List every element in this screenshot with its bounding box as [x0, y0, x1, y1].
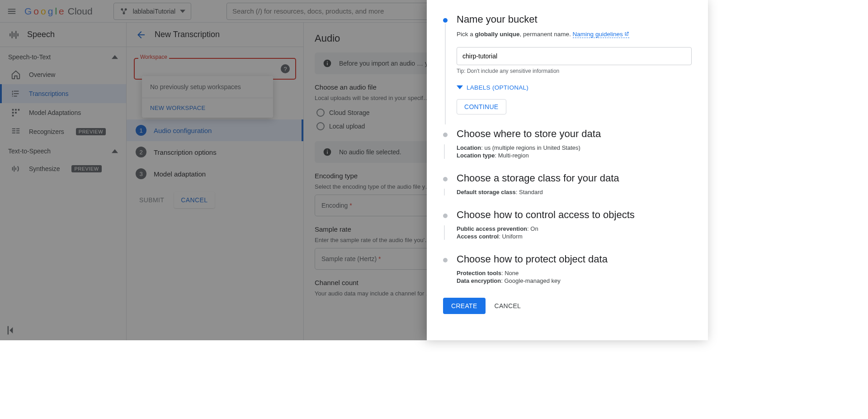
kv-access-control: Access control: Uniform — [457, 233, 692, 240]
bucket-name-input[interactable] — [457, 47, 692, 65]
drawer-cancel-button[interactable]: CANCEL — [495, 302, 521, 309]
external-link-icon — [623, 31, 629, 38]
create-bucket-drawer: Name your bucket Pick a globally unique,… — [427, 0, 708, 340]
kv-public-access-prevention: Public access prevention: On — [457, 225, 692, 232]
create-button[interactable]: CREATE — [443, 298, 486, 314]
kv-location-type: Location type: Multi-region — [457, 152, 692, 159]
labels-toggle-text: LABELS (OPTIONAL) — [467, 84, 528, 91]
kv-data-encryption: Data encryption: Google-managed key — [457, 277, 692, 284]
step-title: Choose how to control access to objects — [457, 209, 692, 221]
step-name-bucket: Name your bucket Pick a globally unique,… — [443, 14, 692, 114]
step-access-control[interactable]: Choose how to control access to objects … — [443, 209, 692, 240]
labels-optional-toggle[interactable]: LABELS (OPTIONAL) — [457, 84, 692, 91]
kv-protection-tools: Protection tools: None — [457, 270, 692, 276]
continue-button[interactable]: CONTINUE — [457, 99, 506, 114]
step-storage-class[interactable]: Choose a storage class for your data Def… — [443, 172, 692, 195]
naming-guidelines-link[interactable]: Naming guidelines — [573, 31, 629, 38]
step-where-store[interactable]: Choose where to store your data Location… — [443, 128, 692, 159]
step-title: Choose where to store your data — [457, 128, 692, 140]
kv-default-storage-class: Default storage class: Standard — [457, 189, 692, 195]
bucket-name-tip: Tip: Don't include any sensitive informa… — [457, 68, 692, 74]
step-title: Choose how to protect object data — [457, 253, 692, 265]
chevron-down-icon — [457, 84, 463, 90]
step-title: Name your bucket — [457, 14, 692, 25]
kv-location: Location: us (multiple regions in United… — [457, 144, 692, 151]
step-subtitle: Pick a globally unique, permanent name. … — [457, 30, 692, 39]
step-protect-data[interactable]: Choose how to protect object data Protec… — [443, 253, 692, 284]
step-title: Choose a storage class for your data — [457, 172, 692, 184]
